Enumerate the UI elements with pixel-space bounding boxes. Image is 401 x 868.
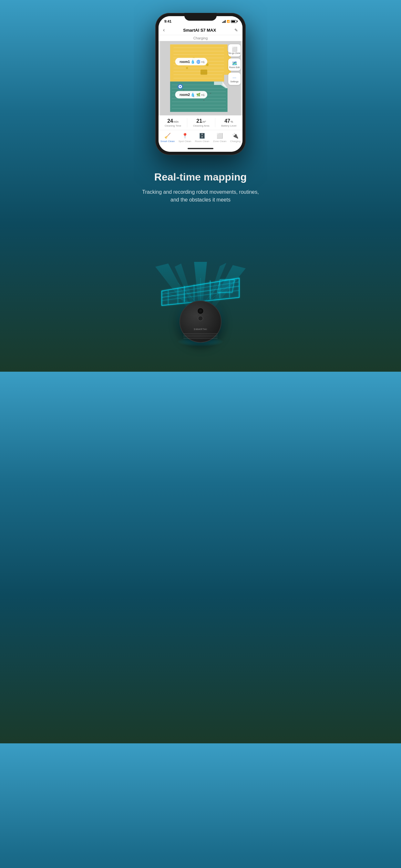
cleaning-time-value: 24 min [165,118,181,124]
text-section: Real-time mapping Tracking and recording… [134,161,267,210]
robot: SMARTAI [178,301,223,346]
robot-body: SMARTAI [180,301,221,343]
smart-clean-label: Smart Clean [160,140,175,143]
nav-smart-clean[interactable]: 🧹 Smart Clean [160,133,175,143]
svg-point-39 [183,89,184,90]
battery-level-label: Battery Level [221,124,236,127]
battery-level-value: 47 % [221,118,236,124]
no-go-zone-label: No-go Zone [228,52,241,55]
svg-text:🌿: 🌿 [196,93,201,97]
headline: Real-time mapping [140,171,261,183]
phone-frame: 9:41 📶 ‹ SmartAI S7 MAX [155,13,246,155]
nav-room-clean[interactable]: 🗄️ Room Clean [195,133,209,143]
map-sidebar: ⬜ No-go Zone 🗺️ Room Edit ··· Settings [228,44,241,85]
robot-brand-label: SMARTAI [194,328,207,331]
charging-label: Charging [230,140,241,143]
nav-zone-clean[interactable]: ⬜ Zone Clean [213,133,226,143]
svg-point-32 [180,86,181,87]
battery-icon [231,20,237,23]
map-area: room1 💧 🌀 ×1 [158,41,243,115]
stat-divider-1 [187,118,187,127]
room-edit-button[interactable]: 🗺️ Room Edit [228,58,241,71]
no-go-zone-button[interactable]: ⬜ No-go Zone [228,44,241,57]
status-icons: 📶 [222,20,237,23]
battery-level-stat: 47 % Battery Level [221,118,236,127]
stats-bar: 24 min Cleaning Time 21 m² Cleaning Area [158,115,243,130]
app-title: SmartAI S7 MAX [183,28,216,33]
svg-point-41 [204,99,204,100]
charging-status: Charging [158,35,243,41]
subheadline: Tracking and recording robot movements, … [140,188,261,204]
zone-clean-label: Zone Clean [213,140,226,143]
settings-icon: ··· [233,75,236,80]
zone-clean-icon: ⬜ [217,133,223,139]
robot-vents [183,333,218,339]
room-edit-label: Room Edit [229,66,240,69]
nav-charging[interactable]: 🔌 Charging [230,133,241,143]
visual-section: SMARTAI [134,210,267,372]
room-clean-label: Room Clean [195,140,209,143]
back-button[interactable]: ‹ [163,27,165,33]
nav-spot-clean[interactable]: 📍 Spot Clean [179,133,191,143]
status-time: 9:41 [164,20,172,23]
edit-button[interactable]: ✎ [235,28,238,33]
smart-clean-icon: 🧹 [164,133,171,139]
settings-label: Settings [230,81,238,83]
home-bar [158,146,243,152]
bottom-nav: 🧹 Smart Clean 📍 Spot Clean 🗄️ Room Clean… [158,130,243,146]
home-bar-indicator [188,148,213,149]
cleaning-area-stat: 21 m² Cleaning Area [193,118,209,127]
phone-screen: 9:41 📶 ‹ SmartAI S7 MAX [158,16,243,152]
svg-text:💧: 💧 [190,92,195,97]
signal-icon [222,20,226,23]
wifi-icon: 📶 [227,20,230,23]
spot-clean-label: Spot Clean [179,140,191,143]
room-edit-icon: 🗺️ [232,61,237,66]
charging-icon: 🔌 [232,133,239,139]
phone-notch [184,13,217,21]
no-go-zone-icon: ⬜ [232,46,237,52]
svg-text:room1: room1 [180,60,190,64]
robot-power-button [198,316,203,321]
cleaning-area-value: 21 m² [193,118,209,124]
settings-button[interactable]: ··· Settings [228,73,241,85]
svg-text:room2: room2 [180,93,190,97]
svg-text:×1: ×1 [201,60,205,64]
robot-sensor [197,308,204,314]
svg-point-42 [210,93,211,94]
stat-divider-2 [215,118,215,127]
svg-rect-15 [201,70,207,75]
cleaning-time-stat: 24 min Cleaning Time [165,118,181,127]
svg-text:💧: 💧 [190,59,195,64]
cleaning-area-label: Cleaning Area [193,124,209,127]
room-clean-icon: 🗄️ [199,133,205,139]
spot-clean-icon: 📍 [182,133,188,139]
cleaning-time-label: Cleaning Time [165,124,181,127]
svg-point-14 [186,67,188,69]
phone-section: 9:41 📶 ‹ SmartAI S7 MAX [134,0,267,161]
app-header: ‹ SmartAI S7 MAX ✎ [158,25,243,35]
svg-text:×1: ×1 [201,93,205,97]
svg-text:🌀: 🌀 [196,60,201,64]
svg-point-40 [193,96,194,97]
